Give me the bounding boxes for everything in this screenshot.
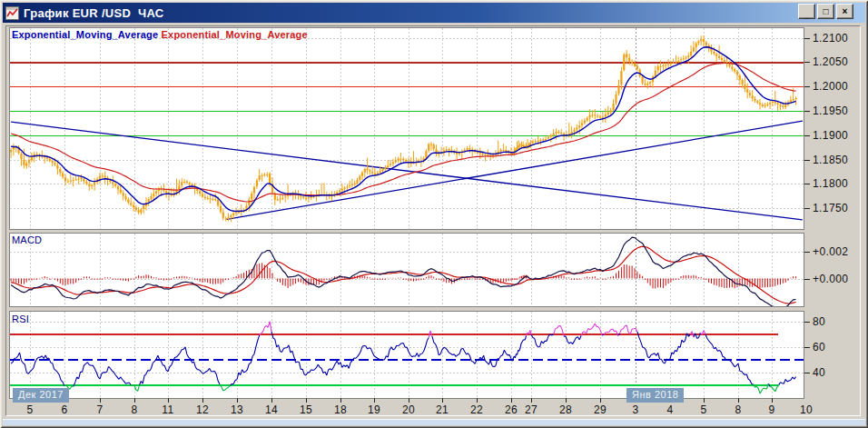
chart-window: График EUR /USD ЧАС _ □ × Exponential_Mo… [0, 0, 868, 428]
y-tick-label: 1.1850 [813, 154, 858, 166]
month-badge-dec: Дек 2017 [13, 388, 69, 403]
rsi-label: RSI [12, 314, 29, 324]
x-tick-label: 21 [429, 403, 455, 416]
ema-slow-label: Exponential_Moving_Average [162, 29, 308, 40]
y-tick-label: 1.1950 [813, 105, 858, 117]
y-tick-label: 1.1750 [813, 202, 858, 214]
x-tick-label: 28 [553, 403, 578, 416]
x-tick-label: 29 [587, 403, 613, 416]
macd-label: MACD [12, 234, 42, 245]
x-tick-label: 20 [396, 403, 421, 416]
x-tick-label: 13 [224, 403, 250, 416]
x-tick-label: 4 [657, 403, 683, 416]
ema-fast-label: Exponential_Moving_Average [12, 29, 158, 40]
x-tick-label: 5 [691, 403, 716, 416]
y-tick-label: 40 [813, 366, 858, 379]
x-tick-label: 19 [361, 403, 387, 416]
x-tick-label: 11 [155, 403, 181, 416]
bottom-strip [3, 419, 865, 425]
y-tick-label: 1.2000 [813, 80, 858, 93]
y-tick-label: 1.2100 [813, 32, 858, 45]
x-tick-label: 8 [725, 403, 751, 416]
y-tick-label: +0.000 [813, 273, 858, 285]
y-tick-label: 1.1900 [813, 129, 858, 142]
chart-canvas[interactable] [0, 0, 868, 428]
y-tick-label: 1.1800 [813, 177, 858, 190]
x-tick-label: 27 [518, 403, 544, 416]
indicator-labels: Exponential_Moving_Average Exponential_M… [12, 29, 308, 40]
x-tick-label: 8 [122, 403, 147, 416]
x-tick-label: 3 [623, 403, 648, 416]
x-tick-label: 18 [328, 403, 353, 416]
x-tick-label: 6 [52, 403, 77, 416]
x-tick-label: 5 [17, 403, 43, 416]
x-tick-label: 9 [759, 403, 784, 416]
x-tick-label: 22 [464, 403, 489, 416]
x-tick-label: 7 [87, 403, 113, 416]
month-badge-jan: Янв 2018 [626, 388, 684, 403]
y-tick-label: 1.2050 [813, 55, 858, 68]
x-tick-label: 10 [794, 403, 819, 416]
x-tick-label: 15 [293, 403, 319, 416]
x-tick-label: 12 [190, 403, 215, 416]
x-tick-label: 14 [259, 403, 284, 416]
y-tick-label: +0.002 [813, 245, 858, 258]
y-tick-label: 80 [813, 315, 858, 328]
y-tick-label: 60 [813, 341, 858, 353]
